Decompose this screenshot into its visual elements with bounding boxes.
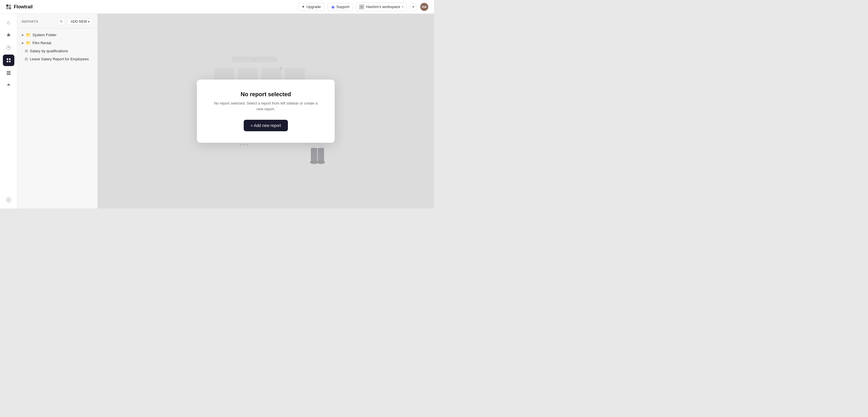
- add-new-button[interactable]: ADD NEW ▾: [67, 18, 93, 25]
- app-name: Flowtrail: [14, 4, 33, 9]
- nav-icon-billing[interactable]: [3, 42, 14, 53]
- sidebar-report-leave-salary[interactable]: ⊞ Leave Salary Report for Employees: [17, 55, 97, 63]
- support-label: Support: [336, 5, 350, 9]
- modal-overlay: No report selected No report selected. S…: [98, 14, 434, 208]
- settings-icon: [6, 197, 11, 203]
- svg-rect-9: [7, 71, 11, 72]
- reports-icon: [6, 58, 11, 63]
- logo-icon: [6, 4, 11, 10]
- add-new-report-button[interactable]: + Add new report: [244, 120, 288, 131]
- svg-point-12: [8, 84, 9, 86]
- sidebar-folder-system[interactable]: ▶ 📁 System Folder: [17, 31, 97, 39]
- avatar-initials: HA: [422, 5, 427, 9]
- sidebar-report-salary-qualifications[interactable]: ⊞ Salary by qualifications: [17, 47, 97, 55]
- add-new-chevron-icon: ▾: [88, 20, 90, 23]
- icon-sidebar: ⌂: [0, 14, 17, 208]
- folder-label: Film Rental: [32, 41, 51, 45]
- folder-arrow-icon: ▶: [22, 41, 24, 44]
- add-new-label: ADD NEW: [71, 20, 87, 24]
- integrations-icon: [6, 32, 11, 38]
- sidebar-folder-list: ▶ 📁 System Folder ▶ 📁 Film Rental ⊞ Sala…: [17, 28, 97, 65]
- plus-icon: +: [412, 4, 414, 9]
- refresh-icon: ↻: [60, 20, 63, 24]
- svg-rect-10: [7, 73, 11, 73]
- svg-rect-8: [9, 61, 10, 62]
- report-table-icon: ⊞: [25, 49, 28, 53]
- report-label: Salary by qualifications: [30, 49, 68, 53]
- svg-rect-5: [7, 58, 8, 60]
- upgrade-icon: ✦: [302, 5, 305, 9]
- folder-icon: 📁: [26, 40, 31, 45]
- report-label: Leave Salary Report for Employees: [30, 57, 89, 61]
- upgrade-button[interactable]: ✦ Upgrade: [298, 3, 324, 11]
- add-new-report-label: + Add new report: [251, 123, 281, 128]
- reports-sidebar: REPORTS ↻ ADD NEW ▾ ▶ 📁 System Folder ▶ …: [17, 14, 98, 208]
- nav-icon-reports[interactable]: [3, 55, 14, 66]
- modal-subtitle: No report selected. Select a report from…: [211, 100, 320, 112]
- reports-panel-title: REPORTS: [22, 20, 55, 23]
- nav-icon-documents[interactable]: [3, 67, 14, 79]
- svg-rect-3: [9, 7, 11, 9]
- workspace-icon: W: [359, 4, 364, 9]
- svg-rect-1: [9, 4, 11, 7]
- main-content: No report selected No report selected. S…: [98, 14, 434, 208]
- svg-rect-6: [9, 58, 10, 60]
- folder-icon: 📁: [26, 32, 31, 37]
- folder-label: System Folder: [32, 33, 57, 37]
- nav-icon-home[interactable]: ⌂: [3, 17, 14, 28]
- add-workspace-button[interactable]: +: [409, 3, 417, 11]
- app-logo[interactable]: Flowtrail: [6, 4, 33, 10]
- avatar[interactable]: HA: [420, 3, 428, 11]
- sidebar-folder-film-rental[interactable]: ▶ 📁 Film Rental: [17, 39, 97, 47]
- svg-rect-0: [6, 4, 9, 7]
- chevron-down-icon: ▾: [402, 5, 403, 8]
- documents-icon: [6, 70, 11, 76]
- nav-icon-settings[interactable]: [3, 194, 14, 206]
- ai-icon: [6, 83, 11, 88]
- refresh-button[interactable]: ↻: [58, 18, 65, 25]
- nav-icon-ai[interactable]: [3, 80, 14, 91]
- workspace-label: Hashim's workspace: [366, 5, 400, 9]
- folder-arrow-icon: ▶: [22, 33, 24, 36]
- support-button[interactable]: ◉ Support: [328, 3, 353, 11]
- svg-point-13: [8, 199, 9, 201]
- main-layout: ⌂: [0, 14, 434, 208]
- support-icon: ◉: [331, 5, 335, 9]
- reports-header: REPORTS ↻ ADD NEW ▾: [17, 14, 97, 28]
- modal-title: No report selected: [211, 91, 320, 98]
- svg-rect-11: [7, 74, 11, 75]
- report-table-icon: ⊞: [25, 57, 28, 61]
- svg-rect-7: [7, 61, 8, 62]
- upgrade-label: Upgrade: [307, 5, 321, 9]
- top-navigation: Flowtrail ✦ Upgrade ◉ Support W Hashim's…: [0, 0, 434, 14]
- svg-rect-2: [6, 7, 9, 9]
- nav-icon-integrations[interactable]: [3, 29, 14, 41]
- topnav-right-section: ✦ Upgrade ◉ Support W Hashim's workspace…: [298, 3, 428, 11]
- workspace-button[interactable]: W Hashim's workspace ▾: [356, 3, 406, 11]
- billing-icon: [6, 45, 11, 50]
- no-report-modal: No report selected No report selected. S…: [197, 80, 335, 143]
